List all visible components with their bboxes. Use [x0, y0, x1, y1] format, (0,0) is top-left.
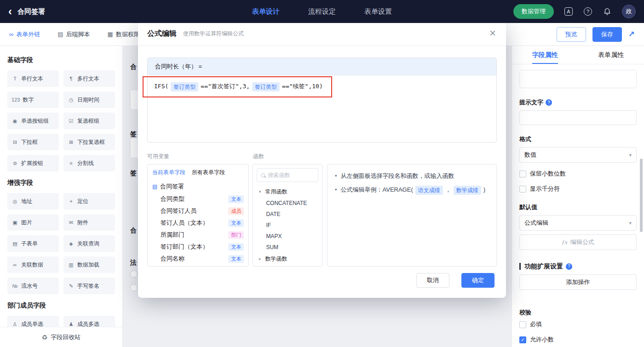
data-permission-button[interactable]: ▦ 数据权限 — [108, 30, 140, 39]
question-icon[interactable]: ? — [546, 99, 552, 106]
default-value-label: 默认值 — [519, 203, 637, 211]
form-external-link-button[interactable]: ∞ 表单外链 — [9, 30, 40, 39]
nav-form-setting[interactable]: 表单设置 — [364, 7, 392, 16]
avatar[interactable]: 政 — [622, 5, 636, 18]
field-item[interactable]: ☑复选框组 — [63, 113, 115, 129]
tab-form-properties[interactable]: 表单属性 — [578, 46, 644, 64]
field-item[interactable]: ✎手写签名 — [63, 278, 115, 294]
variable-name: 合同签订人员 — [161, 207, 196, 215]
backend-script-button[interactable]: ▤ 后端脚本 — [58, 30, 90, 39]
field-item[interactable]: ♟成员多选 — [63, 316, 115, 327]
function-group[interactable]: ▸文本函数 — [253, 265, 322, 267]
preview-button[interactable]: 预览 — [557, 27, 586, 42]
field-item[interactable]: ◷日期时间 — [63, 91, 115, 108]
variables-rows: 合同类型文本合同签订人员成员签订人员（文本）文本所属部门部门签订部门（文本）文本… — [148, 193, 248, 265]
function-group[interactable]: ▸数学函数 — [253, 253, 322, 265]
field-item[interactable]: ≡分割线 — [63, 155, 115, 171]
tab-all-form-fields[interactable]: 所有表单字段 — [192, 169, 225, 176]
variable-row[interactable]: 合同签订人员成员 — [148, 205, 248, 217]
field-item[interactable]: №流水号 — [7, 278, 59, 294]
variable-type-tag: 成员 — [228, 207, 244, 215]
function-item[interactable]: IF — [253, 220, 322, 231]
select-icon: ⊟ — [12, 139, 18, 145]
keep-decimal-checkbox[interactable]: 保留小数位数 — [519, 170, 637, 178]
function-item[interactable]: DATE — [253, 209, 322, 220]
variable-row[interactable]: 合同名称文本 — [148, 253, 248, 265]
field-item[interactable]: ♙成员单选 — [7, 316, 59, 327]
field-recycle-bin[interactable]: ♻ 字段回收站 — [0, 327, 122, 347]
field-item[interactable]: ⌖定位 — [63, 193, 115, 210]
help-icon-glyph: ? — [584, 7, 592, 16]
field-item[interactable]: ◉单选按钮组 — [7, 113, 59, 129]
field-item[interactable]: ⊞下拉复选框 — [63, 134, 115, 150]
save-button[interactable]: 保存 — [592, 27, 622, 42]
scrollbar-thumb[interactable] — [640, 159, 643, 232]
cancel-button[interactable]: 取消 — [416, 273, 449, 288]
canvas-partial-label: 合 — [130, 63, 137, 71]
formula-input[interactable]: IFS(签订类型=="首次签订",3,签订类型=="续签",10) — [148, 75, 496, 142]
field-item-label: 分割线 — [77, 159, 94, 167]
required-checkbox[interactable]: 必填 — [519, 320, 637, 329]
variable-row[interactable]: 签订部门（文本）文本 — [148, 241, 248, 253]
field-item[interactable]: ⊟下拉框 — [7, 134, 59, 150]
nav-process-setting[interactable]: 流程设定 — [308, 7, 336, 16]
variable-row[interactable]: 所属部门部门 — [148, 229, 248, 241]
field-item[interactable]: ▤子表单 — [7, 235, 59, 252]
function-item[interactable]: MAPX — [253, 231, 322, 242]
variable-row[interactable]: 签订人员（文本）文本 — [148, 217, 248, 229]
confirm-button[interactable]: 确定 — [461, 273, 494, 288]
field-item[interactable]: ¶多行文本 — [63, 70, 115, 87]
member-single-icon: ♙ — [12, 321, 18, 327]
hint-text-input[interactable] — [519, 110, 637, 125]
function-search-input[interactable] — [268, 172, 314, 178]
tab-field-properties[interactable]: 字段属性 — [512, 46, 578, 64]
field-item[interactable]: T单行文本 — [7, 70, 59, 87]
field-item[interactable]: ⊜扩展按钮 — [7, 155, 59, 171]
canvas-partial-label: 法 — [130, 259, 137, 267]
format-select[interactable]: 数值 ▾ — [519, 147, 637, 163]
field-item[interactable]: ▥数据加载 — [63, 256, 115, 273]
variables-panel: 当前表单字段 所有表单字段 ▤ 合同签署 合同类型文本合同签订人员成员签订人员（… — [147, 164, 249, 267]
function-group[interactable]: ▾常用函数 — [253, 186, 322, 198]
chevron-down-icon: ▾ — [629, 152, 632, 158]
translate-icon[interactable]: A — [564, 7, 573, 16]
variables-root-node[interactable]: ▤ 合同签署 — [148, 180, 248, 193]
field-chip[interactable]: 签订类型 — [171, 82, 198, 91]
field-item[interactable]: ✉附件 — [63, 214, 115, 231]
field-item-label: 数字 — [23, 96, 34, 104]
function-item[interactable]: SUM — [253, 242, 322, 253]
example-chip: 语文成绩 — [415, 186, 443, 195]
canvas-partial-radio — [130, 270, 138, 278]
function-item[interactable]: CONCATENATE — [253, 198, 322, 209]
bell-icon[interactable] — [603, 7, 612, 16]
variables-root-label: 合同签署 — [160, 182, 184, 191]
share-icon[interactable]: ↗ — [628, 29, 635, 39]
recycle-bin-label: 字段回收站 — [51, 333, 80, 341]
field-chip[interactable]: 签订类型 — [252, 82, 280, 91]
field-item-label: 地址 — [21, 198, 32, 205]
close-icon[interactable]: × — [489, 28, 496, 39]
checkbox-label: 必填 — [530, 320, 542, 329]
edit-formula-button[interactable]: ƒx 编辑公式 — [519, 234, 637, 250]
thousand-separator-checkbox[interactable]: 显示千分符 — [519, 185, 637, 193]
checkbox-checked: ✓ — [519, 336, 526, 343]
field-item-label: 图片 — [21, 219, 32, 227]
add-action-button[interactable]: 添加操作 — [519, 274, 637, 290]
variable-type-tag: 文本 — [228, 219, 244, 227]
back-icon[interactable]: ‹ — [8, 6, 12, 17]
tab-current-form-fields[interactable]: 当前表单字段 — [152, 169, 185, 176]
field-item[interactable]: ∞关联数据 — [7, 256, 59, 273]
field-item[interactable]: ◎地址 — [7, 193, 59, 210]
variable-row[interactable]: 合同类型文本 — [148, 193, 248, 205]
field-title-input[interactable] — [519, 70, 637, 88]
data-manage-button[interactable]: 数据管理 — [513, 4, 554, 19]
nav-form-design[interactable]: 表单设计 — [252, 7, 280, 16]
help-icon[interactable]: ? — [583, 7, 592, 16]
field-item[interactable]: 123数字 — [7, 91, 59, 108]
allow-decimal-checkbox[interactable]: ✓ 允许小数 — [519, 336, 637, 344]
default-value-select[interactable]: 公式编辑 ▾ — [519, 215, 637, 231]
question-icon[interactable]: ? — [566, 263, 572, 270]
field-item[interactable]: ◈关联查询 — [63, 235, 115, 252]
field-item[interactable]: ▣图片 — [7, 214, 59, 231]
field-item-label: 下拉框 — [21, 138, 38, 146]
